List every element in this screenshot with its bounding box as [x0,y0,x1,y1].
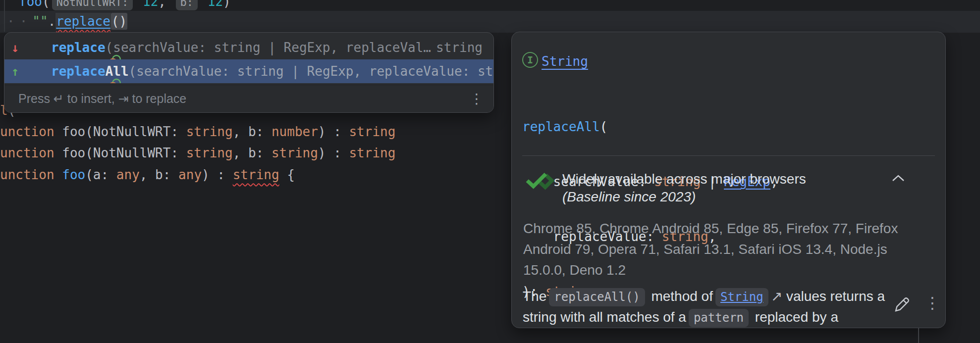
error-squiggle: replace [55,13,111,30]
code-line-overload-1: unction foo(NotNullWRT: string, b: numbe… [0,124,395,140]
completion-item-name: replace [51,40,106,55]
completion-item-signature: (searchValue: string | RegExp, replaceVa… [129,64,493,79]
type-link-string[interactable]: String [542,54,588,69]
code-token: ) : [318,146,349,160]
description-text: replaced by a [751,309,838,325]
completion-hint-text: Press ↵ to insert, ⇥ to replace [18,92,186,106]
code-token: foo [62,146,85,160]
completion-popup: ↓ replace(searchValue: string | RegExp, … [4,32,494,113]
doc-more-options-icon[interactable]: ⋮ [925,294,940,312]
description-line: string with all matches of apattern repl… [523,307,919,328]
code-token: All [106,64,129,79]
code-token: , [233,146,248,160]
code-token: string [349,124,395,139]
code-token: NotNullWRT: [52,0,133,10]
code-token: ) : [202,167,233,182]
code-token: b [248,146,256,160]
browser-support-line: Chrome 85, Chrome Android 85, Edge 85, F… [523,221,898,237]
code-token: b [155,167,163,182]
browser-support-line: 15.0.0, Deno 1.2 [523,262,626,278]
code-token: NotNullWRT [93,124,171,139]
code-token: ( [600,119,608,134]
code-token: 12 [208,0,223,9]
arrow-up-icon: ↑ [11,64,26,79]
error-squiggle: string [233,167,279,182]
code-token: replace [51,64,106,79]
code-token: string [272,146,318,160]
baseline-subtitle: (Baseline since 2023) [562,189,696,205]
code-token: , [233,124,248,139]
code-token: { [279,167,295,182]
description-line: ThereplaceAll() method ofString↗ values … [523,286,889,307]
code-line-foo-call: foo(NotNullWRT: 12, b: 12) [19,0,231,10]
code-token [200,0,208,9]
chevron-up-icon[interactable] [891,174,905,184]
completion-more-options-icon[interactable]: ⋮ [470,92,484,106]
code-token: replaceAll [522,119,600,134]
code-token: . [48,14,56,29]
indent-guide-line [4,0,5,32]
completion-footer: Press ↵ to insert, ⇥ to replace ⋮ [4,85,493,112]
completion-item-signature: (searchValue: string | RegExp, replaceVa… [106,40,431,55]
inline-code-chip: replaceAll() [549,288,645,306]
code-line-implementation: unction foo(a: any, b: any) : string { [0,167,295,183]
code-token: : [256,146,272,160]
completion-item-replaceall-selected[interactable]: ↑ replaceAll(searchValue: string | RegEx… [4,59,493,83]
code-token: ( [85,146,93,160]
code-token [135,0,143,9]
completion-item-name: replaceAll [51,64,129,79]
string-mdn-link[interactable]: String [715,288,768,306]
completion-list: ↓ replace(searchValue: string | RegExp, … [4,33,493,83]
code-token: foo [19,0,42,9]
code-token: b: [176,0,198,10]
code-token: ·· [7,14,32,29]
code-token: unction [0,124,62,139]
code-token: NotNullWRT [93,146,171,160]
divider [522,155,935,156]
code-token: string [186,146,233,160]
description-text: values returns a ne [782,289,889,304]
edit-pencil-icon[interactable] [892,294,912,316]
code-token: string [349,146,395,160]
code-token: : [256,124,272,139]
description-text: ↗ [771,289,782,304]
code-token: unction [0,167,62,182]
code-token: foo [62,167,85,182]
arrow-down-icon: ↓ [11,40,26,55]
code-token: ) [223,0,231,9]
ide-editor-screen: foo(NotNullWRT: 12, b: 12) ··"".replace(… [0,0,980,343]
method-icon [26,39,44,56]
code-token: : [101,167,116,182]
inline-code-chip: pattern [689,309,749,327]
code-token: string [186,124,233,139]
code-token: : [170,124,186,139]
method-icon [26,62,44,80]
baseline-title: Widely available across major browsers [562,171,806,187]
code-token: , [158,0,173,9]
code-line-replace-call[interactable]: ··"".replace() [7,14,127,29]
code-token: any [116,167,140,182]
description-text: method of [648,289,713,304]
code-token: replace [51,40,106,55]
code-token: b [248,124,256,139]
code-line-overload-2: unction foo(NotNullWRT: string, b: strin… [0,146,395,161]
documentation-popup: I String replaceAll( searchValue: string… [511,32,946,328]
signature-line: replaceAll( [522,118,778,136]
completion-item-return-type: string [436,40,483,55]
code-token: a [93,167,101,182]
code-token: number [272,124,318,139]
code-token: , [140,167,155,182]
browser-support-line: Android 79, Opera 71, Safari 13.1, Safar… [523,242,887,257]
code-token: unction [0,146,62,160]
code-token: string [233,167,279,182]
code-token: ) : [318,124,349,139]
code-token: foo [62,124,85,139]
description-text: string with all matches of a [523,309,686,325]
code-token: ( [85,124,93,139]
description-text: The [523,289,546,304]
code-token: ( [42,0,50,9]
code-token: replace [55,13,111,30]
panel-divider-line [918,328,919,343]
completion-item-replace[interactable]: ↓ replace(searchValue: string | RegExp, … [4,36,493,59]
baseline-widely-available-icon [524,170,554,193]
